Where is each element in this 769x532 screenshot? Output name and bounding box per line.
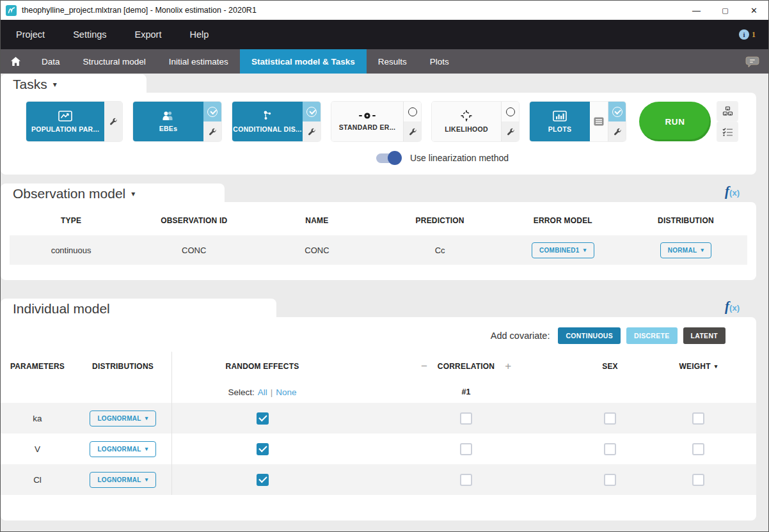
add-discrete-covariate-button[interactable]: DISCRETE [626,327,678,344]
error-model-dropdown[interactable]: COMBINED1▾ [532,242,594,258]
add-correlation-button[interactable]: + [505,360,511,373]
people-icon [161,111,175,121]
caret-down-icon: ▾ [145,446,148,452]
weight-covariate-checkbox-cl[interactable] [692,474,704,486]
close-button[interactable]: ✕ [740,1,768,20]
col-weight[interactable]: WEIGHT▾ [640,352,756,381]
observation-model-card: TYPE OBSERVATION ID NAME PREDICTION ERRO… [1,202,756,280]
remove-correlation-button[interactable]: − [421,360,427,373]
menu-settings[interactable]: Settings [73,29,106,40]
task-buttons-row: POPULATION PAR... EBEs [26,102,756,141]
weight-covariate-checkbox-ka[interactable] [692,412,704,425]
fx-icon-x: (x) [729,303,740,313]
task-population-parameters-main[interactable]: POPULATION PAR... [26,102,104,141]
correlation-checkbox-v[interactable] [460,443,472,455]
tab-statistical-model-tasks[interactable]: Statistical model & Tasks [240,49,367,74]
minimize-button[interactable]: — [682,1,711,20]
random-effect-checkbox-v[interactable] [257,443,269,455]
distribution-dropdown[interactable]: NORMAL▾ [660,242,712,258]
tab-home[interactable] [1,49,30,74]
nav-tab-bar: Data Structural model Initial estimates … [1,49,768,74]
sex-covariate-checkbox-v[interactable] [604,443,616,455]
run-button[interactable]: RUN [639,102,711,141]
add-latent-covariate-button[interactable]: LATENT [683,327,725,344]
select-none-link[interactable]: None [276,387,296,397]
task-settings-wrench-button[interactable] [404,121,421,141]
correlation-checkbox-ka[interactable] [460,412,472,425]
task-settings-wrench-button[interactable] [104,102,122,141]
weight-covariate-checkbox-v[interactable] [692,443,704,455]
menu-project[interactable]: Project [16,29,45,40]
tab-plots[interactable]: Plots [418,49,461,74]
select-all-link[interactable]: All [258,387,267,397]
task-status-indicator[interactable] [608,102,626,121]
distribution-dropdown-cl[interactable]: LOGNORMAL▾ [90,472,155,488]
task-status-indicator[interactable] [404,102,421,121]
task-label: LIKELIHOOD [445,125,488,133]
caret-down-icon: ▾ [145,476,148,483]
individual-fx-button[interactable]: f(x) [725,299,740,315]
linearization-row: Use linearization method [26,153,756,163]
line-chart-icon [58,111,72,121]
task-standard-errors-main[interactable]: STANDARD ER... [331,102,403,141]
task-settings-wrench-button[interactable] [502,121,519,141]
tab-results[interactable]: Results [367,49,418,74]
correlation-checkbox-cl[interactable] [460,474,472,486]
observation-model-title-tab[interactable]: Observation model ▾ [1,184,225,202]
error-model-value: COMBINED1 [539,247,580,254]
menu-export[interactable]: Export [135,29,162,40]
tasks-title-tab[interactable]: Tasks ▾ [1,74,147,93]
caret-down-icon: ▾ [715,363,718,370]
menu-help[interactable]: Help [189,29,209,40]
observation-model-title: Observation model [13,186,125,201]
distribution-dropdown-v[interactable]: LOGNORMAL▾ [90,441,155,457]
random-effect-checkbox-cl[interactable] [257,474,269,486]
task-settings-wrench-button[interactable] [303,121,321,141]
task-likelihood-main[interactable]: LIKELIHOOD [432,102,501,141]
task-plots-main[interactable]: PLOTS [530,102,590,141]
caret-down-icon: ▾ [53,80,57,89]
crosshair-icon [461,110,472,121]
col-observation-id: OBSERVATION ID [132,216,255,225]
sex-covariate-checkbox-ka[interactable] [604,412,616,425]
sex-covariate-checkbox-cl[interactable] [604,474,616,486]
observation-table-header: TYPE OBSERVATION ID NAME PREDICTION ERRO… [10,206,747,235]
task-likelihood[interactable]: LIKELIHOOD [432,102,519,141]
task-ebes-main[interactable]: EBEs [133,102,203,141]
random-effect-checkbox-ka[interactable] [257,412,269,425]
individual-model-header: Individual model f(x) [1,297,756,317]
task-conditional-distribution-main[interactable]: CONDITIONAL DIS... [232,102,303,141]
task-settings-wrench-button[interactable] [608,121,626,141]
workflow-button[interactable] [717,102,738,121]
distribution-value: LOGNORMAL [97,476,141,483]
task-settings-wrench-button[interactable] [203,121,221,141]
tab-data[interactable]: Data [30,49,72,74]
plots-list-button[interactable] [590,102,608,141]
col-sex[interactable]: SEX [580,352,640,381]
task-standard-errors[interactable]: STANDARD ER... [331,102,421,141]
task-population-parameters[interactable]: POPULATION PAR... [26,102,122,141]
add-continuous-covariate-button[interactable]: CONTINUOUS [558,327,621,344]
parameter-name: V [1,434,74,464]
tab-initial-estimates[interactable]: Initial estimates [157,49,240,74]
task-status-indicator[interactable] [502,102,519,121]
task-status-indicator[interactable] [203,102,221,121]
wrench-icon [307,127,316,136]
task-plots[interactable]: PLOTS [530,102,626,141]
task-conditional-distribution[interactable]: CONDITIONAL DIS... [232,102,321,141]
caret-down-icon: ▾ [131,189,135,198]
task-status-indicator[interactable] [303,102,321,121]
observation-fx-button[interactable]: f(x) [725,184,740,199]
wrench-icon [506,127,515,136]
linearization-toggle[interactable] [376,153,400,163]
tasks-section-header: Tasks ▾ [1,74,756,93]
distribution-dropdown-ka[interactable]: LOGNORMAL▾ [90,411,155,426]
info-icon[interactable]: i [739,29,749,40]
tab-structural-model[interactable]: Structural model [72,49,157,74]
maximize-button[interactable]: ▢ [711,1,740,20]
task-checklist-button[interactable] [717,122,738,141]
feedback-button[interactable] [745,49,768,74]
task-ebes[interactable]: EBEs [133,102,221,141]
task-label: CONDITIONAL DIS... [233,125,301,133]
caret-down-icon: ▾ [701,247,704,253]
